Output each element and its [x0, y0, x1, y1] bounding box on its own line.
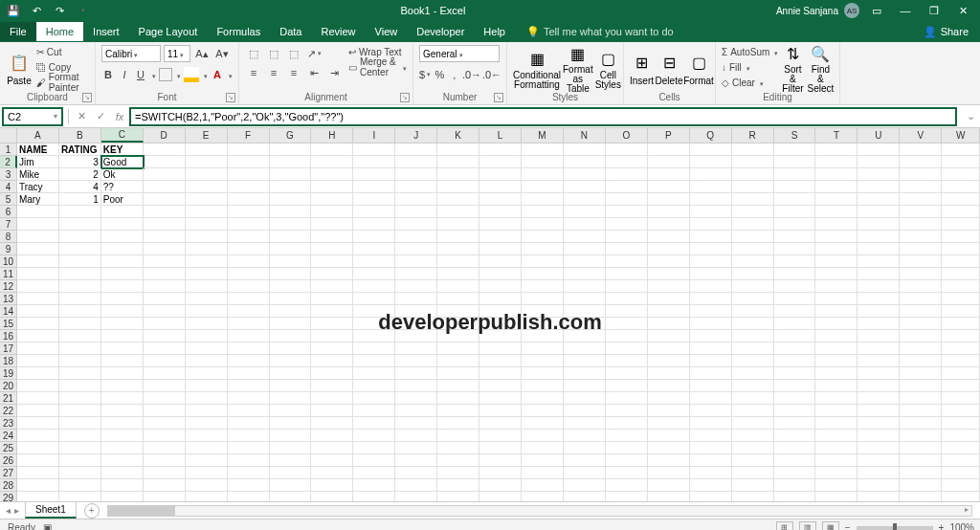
cell-Q9[interactable]: [690, 243, 732, 255]
cell-J7[interactable]: [395, 218, 437, 231]
cell-L9[interactable]: [479, 243, 522, 255]
cell-I7[interactable]: [353, 218, 395, 231]
format-painter-button[interactable]: 🖌Format Painter: [36, 76, 89, 89]
cell-L6[interactable]: [479, 206, 522, 218]
row-header-20[interactable]: 20: [0, 380, 17, 392]
cell-V23[interactable]: [900, 417, 942, 430]
cell-A16[interactable]: [17, 330, 59, 342]
cell-P10[interactable]: [648, 255, 690, 268]
cell-I1[interactable]: [353, 144, 395, 156]
cell-K20[interactable]: [437, 380, 479, 392]
cell-L16[interactable]: [479, 330, 522, 342]
cell-I22[interactable]: [353, 405, 395, 417]
cell-E18[interactable]: [186, 355, 228, 367]
cell-E9[interactable]: [186, 243, 228, 255]
cell-H29[interactable]: [311, 492, 353, 501]
cell-L14[interactable]: [479, 305, 522, 318]
cell-R3[interactable]: [732, 168, 774, 181]
cell-T18[interactable]: [815, 355, 858, 367]
cell-P11[interactable]: [648, 268, 690, 280]
cell-N14[interactable]: [564, 305, 606, 318]
cell-K18[interactable]: [437, 355, 479, 367]
cell-T19[interactable]: [815, 367, 858, 380]
cell-O5[interactable]: [606, 193, 648, 206]
cell-I11[interactable]: [353, 268, 395, 280]
cell-P28[interactable]: [648, 479, 690, 492]
cell-N24[interactable]: [564, 430, 606, 442]
cell-B26[interactable]: [59, 454, 101, 467]
conditional-formatting-button[interactable]: ▦Conditional Formatting: [513, 45, 561, 93]
cell-O26[interactable]: [606, 454, 648, 467]
cell-K24[interactable]: [437, 430, 479, 442]
cell-L21[interactable]: [479, 392, 522, 405]
cell-U15[interactable]: [858, 318, 900, 330]
cell-H5[interactable]: [311, 193, 353, 206]
cell-O15[interactable]: [606, 318, 648, 330]
cell-T12[interactable]: [815, 280, 858, 293]
cell-H14[interactable]: [311, 305, 353, 318]
cell-J11[interactable]: [395, 268, 437, 280]
cell-O29[interactable]: [606, 492, 648, 501]
delete-cells-button[interactable]: ⊟Delete: [656, 45, 682, 93]
cell-W28[interactable]: [942, 479, 980, 492]
cell-W14[interactable]: [942, 305, 980, 318]
cell-T23[interactable]: [815, 417, 858, 430]
font-color-dropdown-icon[interactable]: [227, 69, 233, 80]
cell-L24[interactable]: [479, 430, 522, 442]
cell-W16[interactable]: [942, 330, 980, 342]
cell-S12[interactable]: [774, 280, 816, 293]
cell-M3[interactable]: [522, 168, 564, 181]
cell-P14[interactable]: [648, 305, 690, 318]
cell-W13[interactable]: [942, 293, 980, 305]
cell-O11[interactable]: [606, 268, 648, 280]
cell-H4[interactable]: [311, 181, 353, 193]
cell-S18[interactable]: [774, 355, 816, 367]
cell-V3[interactable]: [900, 168, 942, 181]
cell-I14[interactable]: [353, 305, 395, 318]
cell-D3[interactable]: [144, 168, 186, 181]
cell-K19[interactable]: [437, 367, 479, 380]
cell-H25[interactable]: [311, 442, 353, 454]
cell-E7[interactable]: [186, 218, 228, 231]
cell-V8[interactable]: [900, 231, 942, 243]
cell-I28[interactable]: [353, 479, 395, 492]
cell-Q14[interactable]: [690, 305, 732, 318]
cell-U3[interactable]: [858, 168, 900, 181]
align-middle-icon[interactable]: ⬚: [265, 45, 282, 62]
cell-A17[interactable]: [17, 342, 59, 355]
cell-E10[interactable]: [186, 255, 228, 268]
cell-Q25[interactable]: [690, 442, 732, 454]
cell-V1[interactable]: [900, 144, 942, 156]
cell-G16[interactable]: [270, 330, 312, 342]
cell-Q17[interactable]: [690, 342, 732, 355]
cell-O10[interactable]: [606, 255, 648, 268]
page-layout-view-icon[interactable]: ▥: [799, 521, 816, 531]
cell-C22[interactable]: [101, 405, 144, 417]
cell-S14[interactable]: [774, 305, 816, 318]
cell-I25[interactable]: [353, 442, 395, 454]
cell-A13[interactable]: [17, 293, 59, 305]
cell-G10[interactable]: [270, 255, 312, 268]
cell-J6[interactable]: [395, 206, 437, 218]
cell-J29[interactable]: [395, 492, 437, 501]
cell-I10[interactable]: [353, 255, 395, 268]
tab-review[interactable]: Review: [311, 22, 365, 41]
cell-E12[interactable]: [186, 280, 228, 293]
cell-O1[interactable]: [606, 144, 648, 156]
cell-M29[interactable]: [522, 492, 564, 501]
cell-G23[interactable]: [270, 417, 312, 430]
cell-M8[interactable]: [522, 231, 564, 243]
cell-C6[interactable]: [101, 206, 144, 218]
cell-B7[interactable]: [59, 218, 101, 231]
cell-E4[interactable]: [186, 181, 228, 193]
cell-A21[interactable]: [17, 392, 59, 405]
cell-K26[interactable]: [437, 454, 479, 467]
cell-N22[interactable]: [564, 405, 606, 417]
cell-P12[interactable]: [648, 280, 690, 293]
cell-P17[interactable]: [648, 342, 690, 355]
cell-T5[interactable]: [815, 193, 858, 206]
cell-J18[interactable]: [395, 355, 437, 367]
cell-C3[interactable]: Ok: [101, 168, 144, 181]
cell-V21[interactable]: [900, 392, 942, 405]
cell-A11[interactable]: [17, 268, 59, 280]
